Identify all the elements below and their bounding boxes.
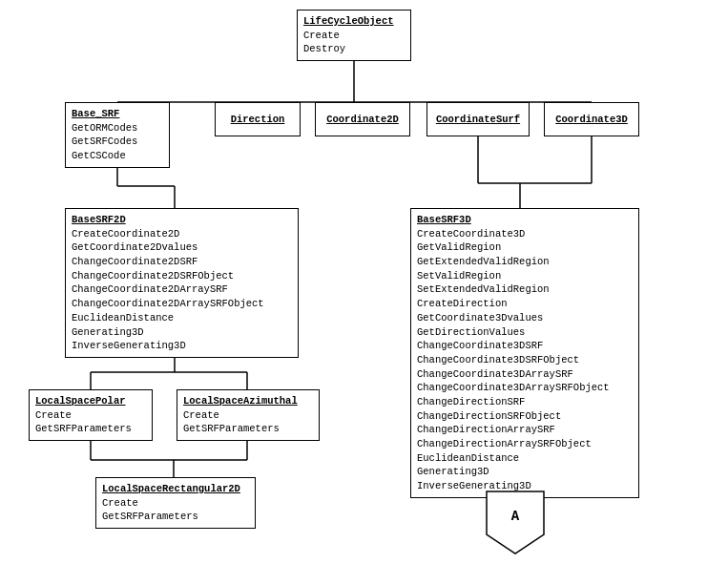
localspacepolar-title: LocalSpacePolar [35, 394, 146, 408]
basesrf3d-l15: ChangeDirectionArraySRF [417, 424, 555, 435]
diagram: LifeCycleObject Create Destroy Base_SRF … [0, 0, 728, 564]
direction-box: Direction [215, 102, 301, 136]
basesrf3d-l8: GetDirectionValues [417, 326, 525, 338]
localspacerectangular2d-l1: Create [102, 497, 138, 509]
basesrf3d-l4: SetValidRegion [417, 270, 501, 282]
localspacerectangular2d-box: LocalSpaceRectangular2D Create GetSRFPar… [95, 477, 256, 529]
basesrf3d-l14: ChangeDirectionSRFObject [417, 410, 561, 422]
continuation-symbol: A [482, 487, 549, 558]
localspacerectangular2d-l2: GetSRFParameters [102, 511, 198, 522]
basesrf3d-l5: SetExtendedValidRegion [417, 283, 550, 295]
basesrf3d-l16: ChangeDirectionArraySRFObject [417, 438, 592, 449]
basesrf2d-l4: ChangeCoordinate2DSRFObject [72, 270, 234, 282]
basesrf2d-l3: ChangeCoordinate2DSRF [72, 256, 198, 267]
base-srf-line2: GetSRFCodes [72, 136, 137, 147]
coordinatesurf-box: CoordinateSurf [426, 102, 530, 136]
basesrf3d-l1: CreateCoordinate3D [417, 228, 525, 240]
svg-text:A: A [511, 509, 520, 524]
basesrf2d-l9: InverseGenerating3D [72, 340, 186, 351]
basesrf3d-l18: Generating3D [417, 466, 489, 477]
basesrf3d-l6: CreateDirection [417, 298, 508, 309]
basesrf3d-l17: EuclideanDistance [417, 452, 519, 464]
localspaceazimuthal-l2: GetSRFParameters [183, 423, 280, 434]
basesrf3d-l7: GetCoordinate3Dvalues [417, 312, 543, 324]
base-srf-box: Base_SRF GetORMCodes GetSRFCodes GetCSCo… [65, 102, 170, 168]
coordinate3d-title: Coordinate3D [555, 113, 628, 127]
basesrf3d-box: BaseSRF3D CreateCoordinate3D GetValidReg… [410, 208, 639, 498]
direction-title: Direction [231, 113, 285, 127]
basesrf3d-l10: ChangeCoordinate3DSRFObject [417, 354, 579, 366]
localspacepolar-l2: GetSRFParameters [35, 423, 132, 434]
basesrf3d-l2: GetValidRegion [417, 241, 501, 253]
localspacepolar-l1: Create [35, 409, 72, 421]
basesrf3d-l11: ChangeCoordinate3DArraySRF [417, 368, 573, 380]
basesrf2d-l7: EuclideanDistance [72, 312, 174, 324]
lifecycle-box: LifeCycleObject Create Destroy [297, 10, 411, 61]
lifecycle-title: LifeCycleObject [303, 14, 405, 29]
lifecycle-line2: Destroy [303, 43, 345, 54]
basesrf2d-l2: GetCoordinate2Dvalues [72, 241, 198, 253]
coordinate2d-box: Coordinate2D [315, 102, 410, 136]
localspacerectangular2d-title: LocalSpaceRectangular2D [102, 482, 249, 496]
localspaceazimuthal-title: LocalSpaceAzimuthal [183, 394, 313, 408]
basesrf2d-l1: CreateCoordinate2D [72, 228, 179, 240]
base-srf-line1: GetORMCodes [72, 122, 137, 134]
basesrf2d-l5: ChangeCoordinate2DArraySRF [72, 283, 228, 295]
coordinate2d-title: Coordinate2D [326, 113, 399, 127]
basesrf3d-title: BaseSRF3D [417, 213, 633, 227]
basesrf2d-l6: ChangeCoordinate2DArraySRFObject [72, 298, 264, 309]
basesrf3d-l9: ChangeCoordinate3DSRF [417, 340, 543, 351]
localspaceazimuthal-box: LocalSpaceAzimuthal Create GetSRFParamet… [177, 389, 320, 441]
basesrf2d-title: BaseSRF2D [72, 213, 292, 227]
base-srf-title: Base_SRF [72, 107, 163, 121]
coordinatesurf-title: CoordinateSurf [436, 113, 520, 127]
basesrf2d-l8: Generating3D [72, 326, 144, 338]
base-srf-line3: GetCSCode [72, 150, 126, 161]
basesrf3d-l3: GetExtendedValidRegion [417, 256, 550, 267]
localspaceazimuthal-l1: Create [183, 409, 219, 421]
lifecycle-line1: Create [303, 30, 340, 41]
basesrf3d-l12: ChangeCoordinate3DArraySRFObject [417, 382, 610, 393]
basesrf2d-box: BaseSRF2D CreateCoordinate2D GetCoordina… [65, 208, 299, 358]
basesrf3d-l13: ChangeDirectionSRF [417, 396, 525, 407]
coordinate3d-box: Coordinate3D [544, 102, 639, 136]
localspacepolar-box: LocalSpacePolar Create GetSRFParameters [29, 389, 153, 441]
